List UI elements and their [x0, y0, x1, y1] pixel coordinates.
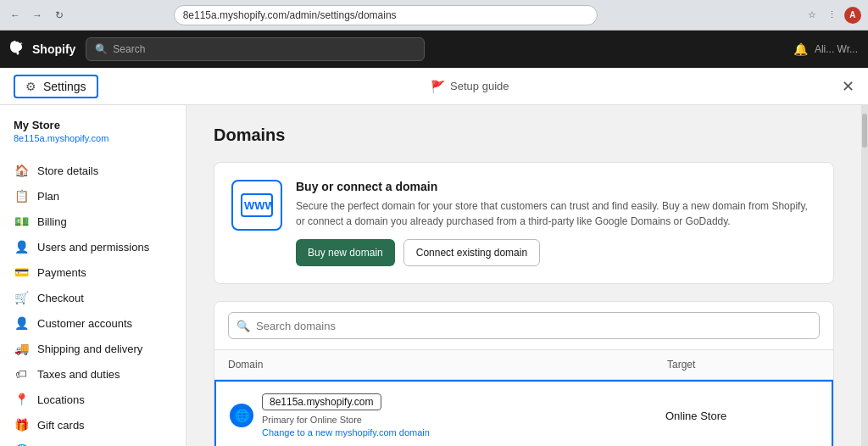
checkout-icon: 🛒 — [14, 291, 29, 304]
www-icon: WWW — [231, 180, 282, 231]
setup-guide-label: Setup guide — [450, 80, 509, 92]
promo-actions: Buy new domain Connect existing domain — [296, 239, 816, 266]
gift-cards-icon: 🎁 — [14, 418, 29, 432]
setup-guide-button[interactable]: 🚩 Setup guide — [431, 80, 509, 93]
sidebar-item-users[interactable]: 👤 Users and permissions — [0, 234, 186, 259]
page-title: Domains — [214, 125, 834, 145]
shipping-icon: 🚚 — [14, 342, 29, 355]
sidebar-item-store-details[interactable]: 🏠 Store details — [0, 158, 186, 183]
settings-header: ⚙ Settings 🚩 Setup guide ✕ — [0, 68, 868, 105]
domain-primary-label: Primary for Online Store — [262, 415, 362, 425]
sidebar-item-label: Customer accounts — [37, 317, 132, 330]
domain-row[interactable]: 🌐 8e115a.myshopify.com Primary for Onlin… — [214, 380, 833, 446]
sidebar-item-label: Shipping and delivery — [37, 343, 142, 355]
topbar-right: 🔔 Ali... Wr... — [793, 42, 858, 56]
promo-title: Buy or connect a domain — [296, 180, 816, 193]
users-icon: 👤 — [14, 240, 29, 254]
billing-icon: 💵 — [14, 215, 29, 228]
buy-domain-button[interactable]: Buy new domain — [296, 239, 395, 266]
scrollbar[interactable] — [861, 105, 868, 446]
store-info: My Store 8e115a.myshopify.com — [0, 119, 186, 158]
sidebar-item-label: Plan — [37, 190, 59, 203]
sidebar-item-label: Gift cards — [37, 419, 85, 432]
sidebar-item-payments[interactable]: 💳 Payments — [0, 259, 186, 285]
connect-domain-button[interactable]: Connect existing domain — [403, 239, 540, 266]
domain-search-input[interactable] — [228, 312, 820, 339]
sidebar-item-taxes[interactable]: 🏷 Taxes and duties — [0, 361, 186, 387]
plan-icon: 📋 — [14, 189, 29, 203]
profile-icon: A — [844, 7, 861, 24]
domain-card: 🔍 Domain Target 🌐 8e115a.myshopify.com P… — [214, 301, 834, 446]
sidebar-item-billing[interactable]: 💵 Billing — [0, 209, 186, 234]
domain-row-inner: 🌐 8e115a.myshopify.com Primary for Onlin… — [230, 393, 665, 438]
promo-content: Buy or connect a domain Secure the perfe… — [296, 180, 816, 266]
close-button[interactable]: ✕ — [842, 77, 854, 96]
main-layout: My Store 8e115a.myshopify.com 🏠 Store de… — [0, 105, 868, 446]
store-name: My Store — [14, 119, 172, 131]
sidebar-item-label: Checkout — [37, 292, 84, 304]
flag-icon: 🚩 — [431, 80, 445, 93]
search-row: 🔍 — [214, 302, 833, 350]
sidebar: My Store 8e115a.myshopify.com 🏠 Store de… — [0, 105, 186, 446]
domain-name: 8e115a.myshopify.com — [262, 393, 381, 410]
back-button[interactable]: ← — [7, 7, 24, 24]
shopify-logo: Shopify — [10, 41, 75, 58]
domain-info: 8e115a.myshopify.com Primary for Online … — [262, 393, 430, 438]
payments-icon: 💳 — [14, 265, 29, 279]
bell-icon-button[interactable]: 🔔 — [793, 42, 808, 56]
sidebar-item-label: Taxes and duties — [37, 368, 120, 381]
gear-icon: ⚙ — [25, 80, 36, 93]
search-bar[interactable]: 🔍 Search — [86, 37, 425, 61]
promo-desc: Secure the perfect domain for your store… — [296, 198, 816, 229]
table-header: Domain Target — [214, 350, 833, 380]
col-domain-label: Domain — [228, 359, 667, 371]
domain-globe-icon: 🌐 — [230, 404, 253, 427]
settings-label: Settings — [43, 80, 86, 93]
shopify-topbar: Shopify 🔍 Search 🔔 Ali... Wr... — [0, 31, 868, 68]
domain-target: Online Store — [665, 410, 818, 422]
search-icon: 🔍 — [95, 43, 108, 55]
bookmark-button[interactable]: ☆ — [804, 7, 821, 24]
sidebar-item-label: Users and permissions — [37, 241, 149, 254]
change-domain-link[interactable]: Change to a new myshopify.com domain — [262, 427, 430, 438]
store-details-icon: 🏠 — [14, 164, 29, 177]
scrollbar-thumb[interactable] — [862, 114, 867, 148]
col-target-label: Target — [667, 359, 820, 371]
promo-card: WWW Buy or connect a domain Secure the p… — [214, 162, 834, 284]
content-area: Domains WWW Buy or connect a domain Secu… — [186, 105, 861, 446]
address-bar[interactable]: 8e115a.myshopify.com/admin/settings/doma… — [174, 5, 598, 25]
sidebar-item-shipping[interactable]: 🚚 Shipping and delivery — [0, 336, 186, 361]
menu-button[interactable]: ⋮ — [824, 7, 841, 24]
sidebar-item-checkout[interactable]: 🛒 Checkout — [0, 285, 186, 310]
sidebar-item-plan[interactable]: 📋 Plan — [0, 183, 186, 209]
forward-button[interactable]: → — [29, 7, 46, 24]
svg-text:WWW: WWW — [244, 199, 273, 212]
shopify-logo-icon — [10, 41, 27, 58]
search-wrap: 🔍 — [228, 312, 820, 339]
browser-bar: ← → ↻ 8e115a.myshopify.com/admin/setting… — [0, 0, 868, 31]
url-text: 8e115a.myshopify.com/admin/settings/doma… — [183, 9, 397, 21]
taxes-icon: 🏷 — [14, 367, 29, 381]
sidebar-item-customer-accounts[interactable]: 👤 Customer accounts — [0, 310, 186, 336]
sidebar-item-gift-cards[interactable]: 🎁 Gift cards — [0, 412, 186, 438]
www-svg: WWW — [241, 193, 273, 217]
sidebar-item-label: Store details — [37, 164, 98, 177]
reload-button[interactable]: ↻ — [51, 7, 68, 24]
browser-icons: ☆ ⋮ A — [804, 7, 861, 24]
locations-icon: 📍 — [14, 393, 29, 406]
sidebar-item-markets[interactable]: 🌐 Markets — [0, 438, 186, 446]
search-placeholder: Search — [113, 43, 145, 55]
customer-accounts-icon: 👤 — [14, 316, 29, 330]
sidebar-item-label: Payments — [37, 266, 86, 279]
store-url[interactable]: 8e115a.myshopify.com — [14, 133, 108, 143]
sidebar-item-label: Billing — [37, 215, 67, 228]
sidebar-item-label: Locations — [37, 393, 85, 406]
sidebar-item-locations[interactable]: 📍 Locations — [0, 387, 186, 412]
topbar-user-label: Ali... Wr... — [815, 43, 858, 55]
settings-title-area: ⚙ Settings — [14, 75, 98, 98]
